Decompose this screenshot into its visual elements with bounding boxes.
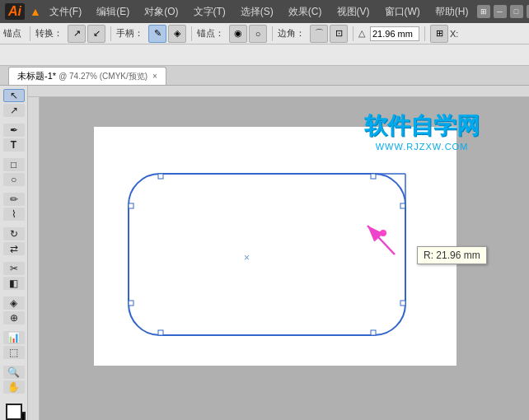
left-toolbar: ↖ ↗ ✒ T □ ○ ✏ ⌇ ↻ ⇄ ✂ ◧ ◈ ⊕ 📊 ⬚ 🔍 ✋ (0, 86, 28, 420)
tool-direct-select[interactable]: ↗ (3, 104, 25, 117)
convert-corner-icon[interactable]: ↙ (87, 25, 105, 43)
sep3 (191, 26, 192, 41)
tool-gradient[interactable]: ◈ (3, 296, 25, 310)
sep5 (353, 26, 353, 41)
tool-pen[interactable]: ✒ (3, 124, 25, 137)
watermark-sub-text: WWW.RJZXW.COM (364, 142, 480, 152)
menu-select[interactable]: 选择(S) (237, 3, 277, 21)
toolbar-anchor: 锚点 转换： ↗ ↙ 手柄： ✎ ◈ 锚点： ◉ ○ 边角： ⌒ ⊡ △ ⊞ X… (0, 23, 529, 44)
tool-rotate[interactable]: ↻ (3, 227, 25, 240)
toolbar2-content (5, 50, 7, 60)
title-bar: Ai ▲ 文件(F) 编辑(E) 对象(O) 文字(T) 选择(S) 效果(C)… (0, 0, 529, 23)
x-label: X: (450, 29, 458, 39)
tool-ellipse[interactable]: ○ (3, 173, 25, 186)
menu-window[interactable]: 窗口(W) (382, 3, 424, 21)
angle-input[interactable] (370, 26, 419, 41)
tool-pencil[interactable]: ✏ (3, 193, 25, 206)
svg-rect-4 (129, 301, 133, 306)
tool-brush[interactable]: ⌇ (3, 208, 25, 221)
anchor2-label: 锚点： (197, 27, 224, 40)
ruler-top (28, 86, 529, 97)
tool-select[interactable]: ↖ (3, 89, 25, 102)
tool-type[interactable]: T (3, 138, 25, 152)
close-button[interactable]: × (527, 5, 529, 18)
svg-rect-3 (129, 203, 133, 208)
convert-label: 转换： (35, 27, 63, 40)
corner-round-icon[interactable]: ⌒ (310, 25, 328, 43)
handle-free-icon[interactable]: ✎ (148, 25, 166, 43)
tool-graph[interactable]: 📊 (3, 331, 25, 344)
maximize-button[interactable]: □ (510, 5, 523, 18)
title-icon: ▲ (30, 5, 41, 18)
angle-icon: △ (358, 28, 365, 39)
convert-smooth-icon[interactable]: ↗ (68, 25, 86, 43)
svg-rect-8 (400, 301, 405, 306)
sep6 (424, 26, 425, 41)
app-logo: Ai (5, 3, 25, 20)
tab-bar: 未标题-1* @ 74.27% (CMYK/预览) × (0, 66, 529, 86)
menu-help[interactable]: 帮助(H) (432, 3, 472, 21)
radius-tooltip: R: 21.96 mm (417, 246, 487, 264)
tool-artboard[interactable]: ⬚ (3, 346, 25, 359)
grid-icon[interactable]: ⊞ (477, 5, 490, 18)
tool-rect[interactable]: □ (3, 158, 25, 171)
minimize-button[interactable]: ─ (494, 5, 507, 18)
anchor-label: 锚点 (3, 27, 21, 40)
anchor-show-icon[interactable]: ◉ (229, 25, 247, 43)
tool-zoom[interactable]: 🔍 (3, 366, 25, 379)
tool-reflect[interactable]: ⇄ (3, 242, 25, 255)
menu-effect[interactable]: 效果(C) (285, 3, 325, 21)
tooltip-text: R: 21.96 mm (424, 250, 480, 261)
color-swatch-area (6, 404, 22, 420)
tool-mesh[interactable]: ⊕ (3, 311, 25, 324)
svg-rect-2 (371, 174, 376, 179)
tab-title: 未标题-1* @ 74.27% (CMYK/预览) (17, 70, 147, 82)
window-controls: ⊞ ─ □ × (477, 5, 529, 18)
edge-label: 边角： (278, 27, 305, 40)
canvas-area: 软件自学网 WWW.RJZXW.COM × (28, 86, 529, 420)
watermark: 软件自学网 WWW.RJZXW.COM (364, 110, 480, 152)
svg-rect-6 (371, 330, 376, 335)
grid-view-icon[interactable]: ⊞ (430, 25, 448, 43)
anchor-hide-icon[interactable]: ○ (249, 25, 267, 43)
center-cross-marker: × (244, 252, 250, 264)
angle-field (370, 26, 419, 41)
tab-close-button[interactable]: × (152, 72, 157, 81)
tool-eraser[interactable]: ◧ (3, 277, 25, 290)
svg-rect-5 (158, 330, 163, 335)
svg-line-12 (367, 226, 395, 254)
menu-object[interactable]: 对象(O) (141, 3, 181, 21)
sep4 (272, 26, 273, 41)
tool-scissors[interactable]: ✂ (3, 262, 25, 275)
sep2 (110, 26, 111, 41)
corner-options-icon[interactable]: ⊡ (330, 25, 348, 43)
fill-swatch[interactable] (6, 404, 22, 420)
handle-aligned-icon[interactable]: ◈ (168, 25, 186, 43)
watermark-main-text: 软件自学网 (364, 110, 480, 142)
document-tab[interactable]: 未标题-1* @ 74.27% (CMYK/预览) × (8, 67, 166, 85)
svg-rect-7 (400, 203, 405, 208)
tool-hand[interactable]: ✋ (3, 380, 25, 394)
menu-edit[interactable]: 编辑(E) (93, 3, 133, 21)
menu-bar: 文件(F) 编辑(E) 对象(O) 文字(T) 选择(S) 效果(C) 视图(V… (46, 3, 472, 21)
handle-label: 手柄： (116, 27, 143, 40)
menu-text[interactable]: 文字(T) (190, 3, 229, 21)
sep1 (30, 26, 30, 41)
main-area: ↖ ↗ ✒ T □ ○ ✏ ⌇ ↻ ⇄ ✂ ◧ ◈ ⊕ 📊 ⬚ 🔍 ✋ (0, 86, 529, 420)
ruler-left (28, 97, 40, 420)
menu-view[interactable]: 视图(V) (334, 3, 373, 21)
arrow-indicator (349, 209, 407, 267)
menu-file[interactable]: 文件(F) (46, 3, 85, 21)
toolbar-secondary (0, 44, 529, 66)
svg-rect-1 (158, 174, 163, 179)
